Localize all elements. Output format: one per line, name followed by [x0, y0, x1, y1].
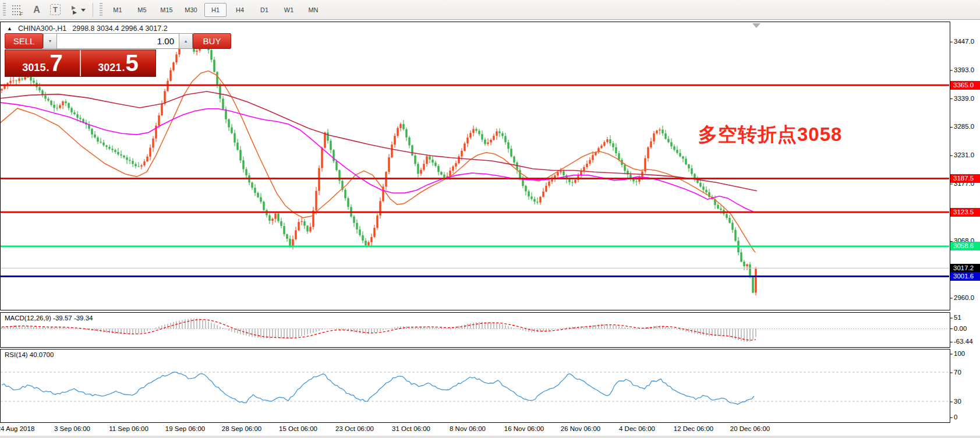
time-axis-label: 12 Dec 06:00	[674, 425, 713, 432]
rsi-axis-label: 30	[954, 398, 961, 405]
price-tick-label: 3339.0	[954, 95, 974, 102]
macd-axis-label: 0.00	[954, 325, 967, 332]
volume-increase-button[interactable]: ▲	[179, 33, 193, 49]
time-axis-label: 28 Sep 06:00	[222, 425, 261, 432]
rsi-title: RSI(14) 40.0700	[5, 351, 54, 358]
ask-price-int: 3021	[98, 62, 121, 74]
price-tick-label: 3285.0	[954, 123, 974, 130]
bid-price-int: 3015	[22, 62, 45, 74]
mt4-window: F A T M1M5M15M30H1H4D1W1MN ▲ CHINA300-,H…	[0, 0, 980, 438]
text-tool-button[interactable]: T	[47, 2, 63, 17]
one-click-trading-panel: SELL ▼ ▲ BUY 3015 . 7 3021 . 5	[5, 33, 156, 77]
ask-price-dec: 5	[125, 51, 138, 75]
price-badge-3058.6: 3058.6	[950, 242, 980, 250]
time-axis-label: 15 Oct 06:00	[279, 425, 317, 432]
ask-price-panel[interactable]: 3021 . 5	[81, 50, 155, 76]
bid-price-dec: 7	[49, 51, 62, 75]
fibonacci-tool-button[interactable]: F	[10, 2, 26, 17]
bid-price-sep: .	[46, 62, 49, 74]
chart-annotation: 多空转折点3058	[698, 122, 842, 148]
timeframe-button-m15[interactable]: M15	[155, 3, 178, 17]
toolbar-grip[interactable]	[100, 3, 102, 17]
price-badge-3187.5: 3187.5	[950, 174, 980, 183]
macd-title: MACD(12,26,9) -39.57 -39.34	[5, 315, 93, 322]
text-label-tool-button[interactable]: A	[29, 2, 45, 17]
macd-axis-label: 51	[954, 314, 961, 321]
price-tick-label: 2960.0	[954, 294, 974, 301]
chevron-up-icon: ▲	[184, 39, 188, 43]
price-tick-label: 3231.0	[954, 151, 974, 158]
time-axis-label: 11 Sep 06:00	[109, 425, 148, 432]
text-box-icon: T	[50, 4, 61, 15]
time-axis-label: 19 Sep 06:00	[165, 425, 205, 432]
time-axis-label: 20 Dec 06:00	[730, 425, 770, 432]
bid-price-panel[interactable]: 3015 . 7	[5, 50, 80, 76]
rsi-axis-label: 0	[954, 414, 957, 421]
timeframe-button-h1[interactable]: H1	[204, 3, 227, 17]
time-axis-label: 26 Nov 06:00	[561, 425, 600, 432]
price-badge-3365.0: 3365.0	[950, 81, 980, 90]
time-axis-label: 4 Dec 06:00	[619, 425, 655, 432]
toolbar-separator	[93, 3, 93, 17]
timeframe-button-w1[interactable]: W1	[278, 3, 300, 17]
price-badge-3001.6: 3001.6	[950, 272, 980, 281]
buy-button[interactable]: BUY	[193, 33, 231, 49]
timeframe-button-m1[interactable]: M1	[107, 3, 129, 17]
toolbar-grip[interactable]	[3, 3, 6, 17]
time-axis-label: 8 Nov 06:00	[450, 425, 486, 432]
timeframe-button-m30[interactable]: M30	[180, 3, 202, 17]
ohlc-readout: 2998.8 3034.4 2996.4 3017.2	[72, 24, 167, 33]
text-label-icon: A	[33, 5, 40, 15]
price-tick-label: 3393.0	[954, 66, 974, 73]
timeframe-button-m5[interactable]: M5	[131, 3, 153, 17]
volume-input[interactable]	[57, 33, 179, 49]
rsi-axis-label: 70	[954, 369, 961, 376]
timeframe-button-d1[interactable]: D1	[253, 3, 275, 17]
timeframe-button-mn[interactable]: MN	[302, 3, 324, 17]
timeframe-toolbar: M1M5M15M30H1H4D1W1MN	[105, 3, 326, 17]
collapse-triangle-icon[interactable]: ▲	[7, 26, 12, 31]
price-tick-label: 3447.0	[954, 38, 974, 45]
time-axis-label: 24 Aug 2018	[0, 425, 34, 432]
chart-header: ▲ CHINA300-,H1 2998.8 3034.4 2996.4 3017…	[7, 24, 168, 33]
rsi-axis-label: 100	[954, 350, 965, 357]
time-axis-label: 23 Oct 06:00	[335, 425, 374, 432]
time-axis-label: 3 Sep 06:00	[54, 425, 90, 432]
symbol-title: CHINA300-,H1	[18, 24, 66, 33]
volume-decrease-button[interactable]: ▼	[43, 33, 57, 49]
time-axis-label: 16 Nov 06:00	[504, 425, 544, 432]
time-axis-label: 31 Oct 06:00	[392, 425, 430, 432]
svg-text:F: F	[20, 11, 23, 16]
arrows-tool-button[interactable]	[66, 2, 88, 17]
price-badge-3123.5: 3123.5	[950, 208, 980, 217]
price-badge-3017.2: 3017.2	[950, 264, 980, 273]
timeframe-button-h4[interactable]: H4	[229, 3, 251, 17]
macd-axis-label: -63.44	[954, 338, 973, 345]
chevron-down-icon: ▼	[48, 39, 52, 43]
sell-button[interactable]: SELL	[5, 33, 43, 49]
arrows-tool-icon	[67, 5, 87, 15]
fibonacci-lines-icon: F	[12, 4, 24, 16]
toolbar: F A T M1M5M15M30H1H4D1W1MN	[0, 0, 980, 20]
ask-price-sep: .	[122, 62, 125, 74]
